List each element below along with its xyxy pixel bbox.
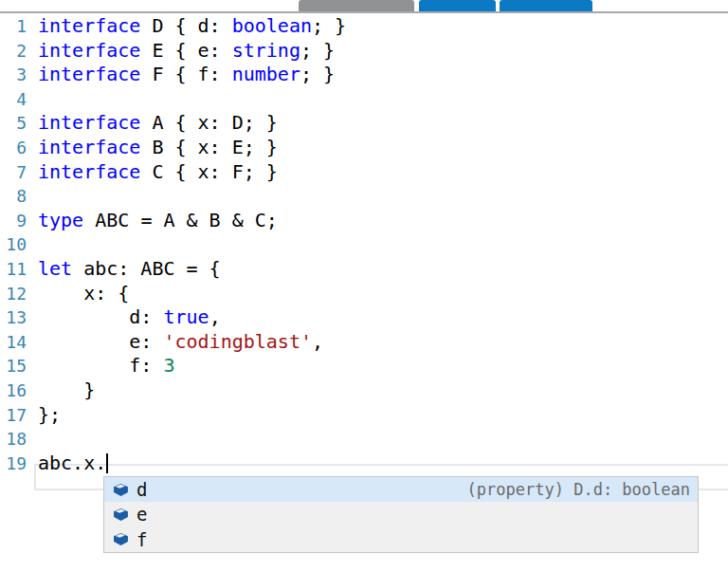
code-token: D { d: [140, 14, 231, 37]
browser-tab-strip [0, 0, 728, 11]
code-token: abc.x. [38, 452, 106, 474]
line-number: 19 [0, 452, 34, 476]
code-token: boolean [232, 14, 312, 37]
line-number: 3 [0, 63, 34, 87]
code-line[interactable]: 17}; [0, 403, 728, 428]
code-text: interface F { f: number; } [38, 63, 335, 87]
code-token: ; } [300, 63, 335, 85]
code-text: interface B { x: E; } [38, 136, 278, 160]
code-line[interactable]: 6interface B { x: E; } [0, 136, 728, 160]
code-token: ; } [300, 39, 335, 62]
property-icon [114, 533, 128, 545]
code-text: interface E { e: string; } [38, 39, 335, 64]
suggestion-label: d [136, 479, 147, 500]
code-text: interface D { d: boolean; } [38, 14, 346, 39]
code-line[interactable]: 8 [0, 184, 728, 209]
suggestion-item-d[interactable]: d(property) D.d: boolean [104, 477, 698, 502]
code-text: d: true, [38, 305, 221, 330]
code-editor[interactable]: 1interface D { d: boolean; }2interface E… [0, 14, 728, 477]
suggestion-detail: (property) D.d: boolean [467, 480, 690, 499]
code-token: abc: ABC = { [72, 257, 221, 280]
line-number: 7 [0, 160, 34, 185]
code-token: ; } [312, 14, 346, 37]
code-token: d: [38, 305, 163, 328]
code-token: C { x: F; } [140, 160, 278, 183]
suggestion-label: f [136, 529, 147, 550]
code-token: e: [38, 330, 163, 353]
code-line[interactable]: 2interface E { e: string; } [0, 39, 728, 64]
code-text: abc.x. [38, 452, 108, 476]
code-token: B { x: E; } [140, 136, 278, 158]
code-token: number [232, 63, 300, 85]
line-number: 18 [0, 427, 34, 452]
code-line[interactable]: 4 [0, 87, 728, 112]
inactive-tab[interactable] [299, 0, 414, 11]
code-token: interface [38, 111, 140, 134]
line-number: 5 [0, 111, 34, 136]
suggestion-item-e[interactable]: e [104, 502, 698, 526]
tab-strip-divider [0, 11, 728, 13]
code-line[interactable]: 3interface F { f: number; } [0, 63, 728, 87]
code-token: 'codingblast' [163, 330, 312, 353]
code-line[interactable]: 5interface A { x: D; } [0, 111, 728, 136]
code-token: }; [38, 403, 61, 426]
line-number: 1 [0, 14, 34, 39]
code-line[interactable]: 12 x: { [0, 282, 728, 306]
code-token: } [38, 378, 95, 401]
line-number: 6 [0, 136, 34, 160]
code-token: F { f: [140, 63, 231, 85]
code-token: interface [38, 136, 140, 158]
code-text: type ABC = A & B & C; [38, 209, 278, 233]
code-token: let [38, 257, 72, 280]
text-cursor [106, 453, 108, 473]
code-text: f: 3 [38, 354, 175, 378]
line-number: 2 [0, 39, 34, 64]
line-number: 15 [0, 354, 34, 378]
code-token: string [232, 39, 300, 62]
code-text: } [38, 378, 95, 403]
code-text: interface A { x: D; } [38, 111, 278, 136]
code-token: , [312, 330, 323, 353]
suggestion-label: e [136, 504, 147, 525]
suggestion-item-f[interactable]: f [104, 527, 698, 552]
code-line[interactable]: 15 f: 3 [0, 354, 728, 378]
code-lines: 1interface D { d: boolean; }2interface E… [0, 14, 728, 475]
active-tab-left[interactable] [419, 0, 496, 11]
code-line[interactable]: 19abc.x. [0, 452, 728, 476]
line-number: 14 [0, 330, 34, 355]
code-token: interface [38, 14, 140, 37]
code-token: x: { [38, 282, 129, 304]
line-number: 10 [0, 232, 34, 257]
code-line[interactable]: 13 d: true, [0, 305, 728, 330]
code-token: interface [38, 63, 140, 85]
code-token: true [163, 305, 209, 328]
code-text: interface C { x: F; } [38, 160, 278, 185]
code-text: }; [38, 403, 61, 428]
code-token: E { e: [140, 39, 231, 62]
active-tab-right[interactable] [500, 0, 592, 11]
line-number: 16 [0, 378, 34, 403]
property-icon [114, 508, 128, 521]
line-number: 9 [0, 209, 34, 233]
code-line[interactable]: 18 [0, 427, 728, 452]
code-line[interactable]: 9type ABC = A & B & C; [0, 209, 728, 233]
code-token: type [38, 209, 83, 231]
line-number: 11 [0, 257, 34, 282]
code-text: e: 'codingblast', [38, 330, 323, 355]
code-token: ABC = A & B & C; [83, 209, 278, 231]
code-token: f: [38, 354, 163, 377]
code-line[interactable]: 7interface C { x: F; } [0, 160, 728, 185]
code-line[interactable]: 16 } [0, 378, 728, 403]
code-line[interactable]: 10 [0, 232, 728, 257]
code-text: x: { [38, 282, 129, 306]
line-number: 12 [0, 282, 34, 306]
code-line[interactable]: 14 e: 'codingblast', [0, 330, 728, 355]
code-line[interactable]: 1interface D { d: boolean; } [0, 14, 728, 39]
code-token: interface [38, 39, 140, 62]
line-number: 13 [0, 305, 34, 330]
code-line[interactable]: 11let abc: ABC = { [0, 257, 728, 282]
line-number: 4 [0, 87, 34, 112]
property-icon [114, 484, 128, 496]
code-token: , [209, 305, 221, 328]
code-text: let abc: ABC = { [38, 257, 221, 282]
